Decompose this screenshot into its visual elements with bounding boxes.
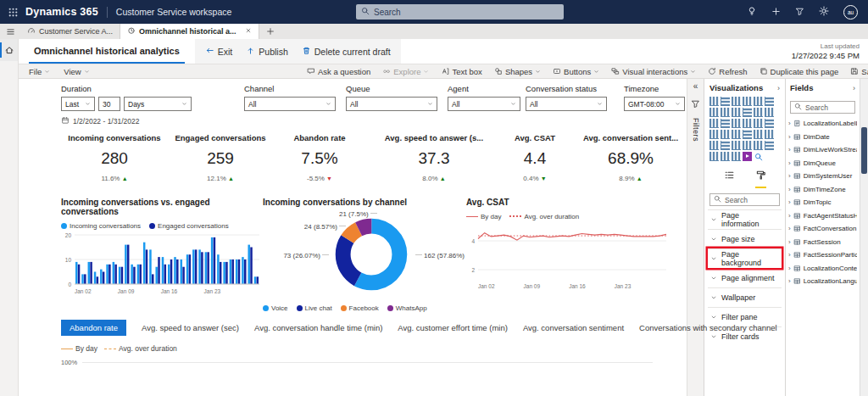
field-table-localizationcontentpro[interactable]: ›LocalizationContentPro... xyxy=(788,262,857,276)
visual-type-waterfall-chart-icon[interactable] xyxy=(709,119,719,128)
visual-type-100-stacked-bar-chart-icon[interactable] xyxy=(754,97,763,106)
metric-tab-abandon-rate[interactable]: Abandon rate xyxy=(61,320,126,336)
add-icon[interactable] xyxy=(771,4,781,20)
visual-type-line-and-stacked-column-chart-icon[interactable] xyxy=(743,108,752,117)
visual-type-scatter-chart-icon[interactable] xyxy=(732,119,741,128)
toolbar-shapes[interactable]: Shapes xyxy=(494,67,541,76)
metric-tab-avg-conversation-sentiment[interactable]: Avg. conversation sentiment xyxy=(523,323,624,332)
tab-customer-service-agent[interactable]: Customer Service A... xyxy=(20,24,120,39)
expand-chevron-icon[interactable]: › xyxy=(788,212,791,220)
field-table-dimqueue[interactable]: ›DimQueue xyxy=(788,157,857,170)
user-avatar[interactable]: au xyxy=(843,5,858,20)
expand-chevron-icon[interactable]: › xyxy=(788,265,791,272)
field-table-factagentstatushistory[interactable]: ›FactAgentStatusHistory xyxy=(788,209,857,223)
conversation-status-select[interactable]: All xyxy=(526,97,607,111)
field-table-localizationlanguagel[interactable]: ›LocalizationLanguageL... xyxy=(788,275,857,288)
file-menu[interactable]: File xyxy=(29,67,50,76)
visual-type-line-and-clustered-column-chart-icon[interactable] xyxy=(754,108,763,117)
visual-type-azure-map-icon[interactable] xyxy=(743,130,752,139)
toolbar-buttons[interactable]: Buttons xyxy=(553,67,599,76)
metric-tab-avg-speed-to-answer-sec[interactable]: Avg. speed to answer (sec) xyxy=(142,323,239,332)
kpi-avg-speed-to-answer-s[interactable]: Avg. speed to answer (s...37.38.0% ▲ xyxy=(375,133,493,182)
line-chart-card[interactable]: Avg. CSAT By dayAvg. over duration 24Jan… xyxy=(466,198,670,302)
visual-type-ribbon-chart-icon[interactable] xyxy=(765,108,774,117)
global-search-input[interactable]: Search xyxy=(356,4,564,20)
field-table-dimliveworkstream[interactable]: ›DimLiveWorkStream xyxy=(788,143,857,157)
waffle-menu-icon[interactable] xyxy=(0,7,25,18)
toolbar-text-box[interactable]: Text box xyxy=(441,67,481,76)
view-menu[interactable]: View xyxy=(64,67,89,76)
publish-button[interactable]: Publish xyxy=(246,46,287,57)
kpi-avg-csat[interactable]: Avg. CSAT4.40.4% ▼ xyxy=(498,133,571,182)
visual-type-power-automate-icon[interactable] xyxy=(743,152,752,161)
field-table-factsession[interactable]: ›FactSession xyxy=(788,236,857,249)
field-table-dimsystemuser[interactable]: ›DimSystemUser xyxy=(788,170,857,183)
format-search-input[interactable]: Search xyxy=(709,193,780,206)
timezone-select[interactable]: GMT-08:00 xyxy=(624,97,685,111)
format-section-page-information[interactable]: Page information xyxy=(708,209,782,229)
channel-select[interactable]: All xyxy=(244,97,336,111)
format-section-page-background[interactable]: Page background xyxy=(708,248,782,268)
visual-type-matrix-icon[interactable] xyxy=(754,141,763,150)
field-table-dimdate[interactable]: ›DimDate xyxy=(788,131,857,144)
field-table-factconversation[interactable]: ›FactConversation xyxy=(788,222,857,236)
toolbar-duplicate-this-page[interactable]: Duplicate this page xyxy=(760,67,839,76)
toolbar-explore[interactable]: Explore xyxy=(382,67,429,76)
expand-chevron-icon[interactable]: › xyxy=(788,277,791,285)
bar-chart-card[interactable]: Incoming conversations vs. engaged conve… xyxy=(61,198,263,315)
format-section-wallpaper[interactable]: Wallpaper xyxy=(708,287,782,307)
fields-format-tab-icon[interactable] xyxy=(724,169,735,188)
visual-type-treemap-icon[interactable] xyxy=(765,119,774,128)
field-table-factsessionparticipant[interactable]: ›FactSessionParticipant xyxy=(788,248,857,262)
duration-value-input[interactable]: 30 xyxy=(98,97,120,111)
close-tab-icon[interactable] xyxy=(245,27,252,36)
expand-chevron-icon[interactable]: › xyxy=(788,186,791,193)
new-tab-button[interactable] xyxy=(259,24,281,39)
visual-type-r-script-visual-icon[interactable] xyxy=(765,141,774,150)
fields-search-input[interactable]: Search xyxy=(790,101,855,114)
visual-type-python-visual-icon[interactable] xyxy=(709,152,719,161)
toolbar-save[interactable]: Save xyxy=(850,67,868,76)
visual-type-area-chart-icon[interactable] xyxy=(721,108,730,117)
visual-type-search-icon[interactable] xyxy=(754,152,763,161)
expand-chevron-icon[interactable]: › xyxy=(788,225,791,232)
visual-type-shape-map-icon[interactable] xyxy=(732,130,741,139)
toolbar-ask-a-question[interactable]: Ask a question xyxy=(307,67,370,76)
visual-type-stacked-area-chart-icon[interactable] xyxy=(732,108,741,117)
visual-type-clustered-bar-chart-icon[interactable] xyxy=(732,97,741,106)
duration-unit-select[interactable]: Days xyxy=(124,97,192,111)
visual-type-table-icon[interactable] xyxy=(743,141,752,150)
expand-chevron-icon[interactable]: › xyxy=(788,238,791,246)
kpi-incoming-conversations[interactable]: Incoming conversations28011.6% ▲ xyxy=(51,133,178,182)
format-section-page-alignment[interactable]: Page alignment xyxy=(708,268,782,287)
filters-pane-collapsed[interactable]: « Filters xyxy=(687,79,704,396)
lightbulb-icon[interactable] xyxy=(747,4,757,20)
delete-draft-button[interactable]: Delete current draft xyxy=(302,46,391,57)
expand-visualizations-icon[interactable]: › xyxy=(777,84,780,92)
toolbar-visual-interactions[interactable]: Visual interactions xyxy=(611,67,696,76)
kpi-engaged-conversations[interactable]: Engaged conversations25912.1% ▲ xyxy=(161,133,280,182)
visual-type-donut-chart-icon[interactable] xyxy=(754,119,763,128)
duration-mode-select[interactable]: Last xyxy=(61,97,95,111)
visual-type-multi-row-card-icon[interactable] xyxy=(709,141,719,150)
expand-chevron-icon[interactable]: › xyxy=(788,159,791,167)
metric-tab-avg-customer-effort-time-min[interactable]: Avg. customer effort time (min) xyxy=(398,323,508,332)
visual-type-map-icon[interactable] xyxy=(709,130,719,139)
agent-select[interactable]: All xyxy=(448,97,520,111)
expand-chevron-icon[interactable]: › xyxy=(788,251,791,259)
format-section-page-size[interactable]: Page size xyxy=(708,229,782,248)
field-table-dimtimezone[interactable]: ›DimTimeZone xyxy=(788,183,857,197)
format-paint-roller-icon[interactable] xyxy=(755,169,766,188)
visual-type-clustered-column-chart-icon[interactable] xyxy=(743,97,752,106)
visual-type-pie-chart-icon[interactable] xyxy=(743,119,752,128)
visual-type-funnel-chart-icon[interactable] xyxy=(721,119,730,128)
settings-gear-icon[interactable] xyxy=(819,4,829,20)
visual-type-stacked-column-chart-icon[interactable] xyxy=(721,97,730,106)
field-table-localizationlabellist[interactable]: ›LocalizationLabelList xyxy=(788,117,857,131)
toolbar-refresh[interactable]: Refresh xyxy=(708,67,747,76)
vertical-scrollbar[interactable] xyxy=(860,79,868,396)
expand-chevron-icon[interactable]: › xyxy=(788,198,791,206)
filter-icon[interactable] xyxy=(795,4,804,20)
visual-type-key-influencers-icon[interactable] xyxy=(721,152,730,161)
expand-chevron-icon[interactable]: › xyxy=(788,146,791,153)
